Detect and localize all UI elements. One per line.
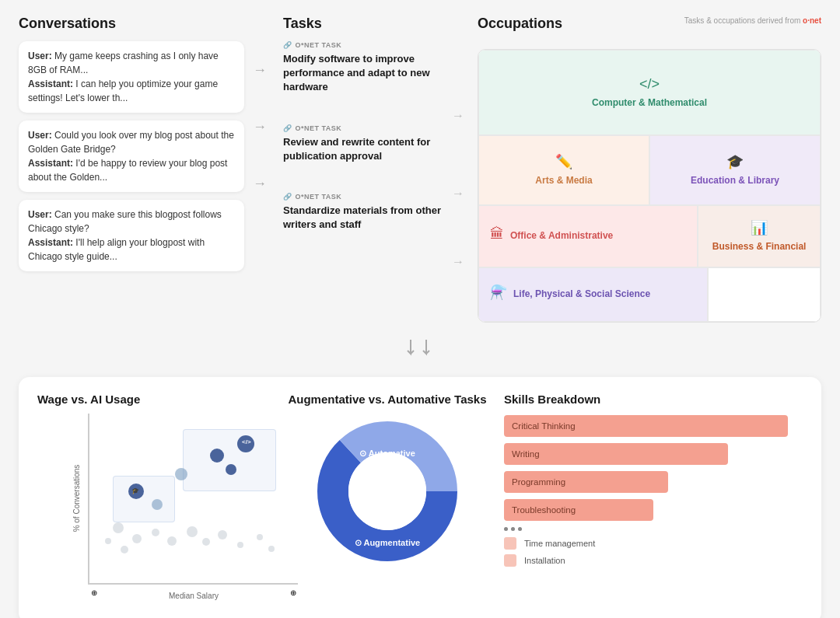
task-text-3: Standardize materials from other writers… — [283, 204, 446, 232]
conversation-card-1: User: My game keeps crashing as I only h… — [19, 41, 244, 113]
wage-chart-title: Wage vs. AI Usage — [37, 393, 271, 406]
occupations-grid: </> Computer & Mathematical ✏️ Arts & Me… — [478, 49, 821, 323]
donut-inner — [348, 452, 426, 530]
tasks-title: Tasks — [283, 16, 446, 32]
conversations-title: Conversations — [19, 16, 244, 32]
occ-label-education: Education & Library — [691, 175, 779, 187]
pencil-icon: ✏️ — [555, 153, 572, 170]
donut-chart-container: Augmentative vs. Automative Tasks ⊙ Auto… — [286, 393, 488, 608]
task-tag-1: 🔗 O*NET TASK — [283, 41, 446, 49]
arrow-1: → — [244, 62, 275, 79]
bubble-l11 — [257, 534, 263, 540]
conversations-column: Conversations User: My game keeps crashi… — [19, 16, 244, 279]
occ-office-admin[interactable]: 🏛 Office & Administrative — [478, 205, 698, 267]
wage-chart: % of Conversations Median Salary </> 🎓 — [88, 414, 298, 585]
skill-bar-row-4: Troubleshooting — [504, 499, 803, 521]
occ-note: Tasks & occupations derived from o·net — [684, 16, 821, 26]
bubble-l7 — [218, 530, 227, 539]
occ-arts-media[interactable]: ✏️ Arts & Media — [478, 135, 649, 205]
occ-other-placeholder: Other — [708, 267, 821, 322]
skill-mini-label-1: Time management — [524, 539, 595, 548]
donut-svg: ⊙ Automative ⊙ Augmentative — [310, 414, 465, 569]
occ-computer-mathematical[interactable]: </> Computer & Mathematical — [478, 50, 821, 135]
wage-chart-container: Wage vs. AI Usage % of Conversations Med… — [37, 393, 271, 608]
down-arrow-svg — [404, 338, 436, 361]
science-icon: ⚗️ — [490, 284, 507, 301]
occ-label-computer: Computer & Mathematical — [592, 97, 707, 110]
highlight-zone-computer — [183, 429, 276, 491]
skill-bar-programming: Programming — [504, 471, 668, 493]
dots-row — [504, 527, 803, 531]
augmentative-label-1: ⊙ Augmentative — [355, 538, 420, 547]
bubble-3 — [226, 464, 236, 475]
occ-label-arts: Arts & Media — [535, 175, 592, 187]
dot-2 — [511, 527, 515, 531]
occ-row-2: ✏️ Arts & Media 🎓 Education & Library — [478, 135, 821, 205]
link-icon-2: 🔗 — [283, 124, 292, 132]
occ-label-life: Life, Physical & Social Science — [513, 288, 650, 301]
occ-row-1: </> Computer & Mathematical — [478, 50, 821, 135]
bubble-l6 — [202, 538, 210, 546]
occ-life-science[interactable]: ⚗️ Life, Physical & Social Science — [478, 267, 708, 322]
dot-3 — [518, 527, 522, 531]
occ-education-library[interactable]: 🎓 Education & Library — [649, 135, 821, 205]
skill-mini-row-2: Installation — [504, 554, 803, 567]
skill-bar-row-2: Writing — [504, 443, 803, 465]
automative-label-1: ⊙ Automative — [359, 449, 415, 458]
tasks-to-occ-arrows: → → → — [446, 16, 470, 309]
axis-icon-right: ⊕ — [290, 588, 296, 597]
skills-container: Skills Breakdown Critical Thinking Writi… — [504, 393, 803, 608]
code-icon: </> — [639, 76, 660, 93]
down-arrow-row — [19, 335, 821, 365]
code-tag-1: </> — [242, 438, 251, 445]
main-container: Conversations User: My game keeps crashi… — [0, 0, 840, 618]
user-label-2: User: — [28, 130, 52, 141]
conversation-card-3: User: Can you make sure this blogpost fo… — [19, 200, 244, 271]
skill-bar-troubleshooting: Troubleshooting — [504, 499, 653, 521]
user-label-1: User: — [28, 51, 52, 61]
skill-bar-row-3: Programming — [504, 471, 803, 493]
occ-business-financial[interactable]: 📊 Business & Financial — [698, 205, 821, 267]
skills-title: Skills Breakdown — [504, 393, 803, 406]
dot-1 — [504, 527, 508, 531]
skill-bar-row-1: Critical Thinking — [504, 415, 803, 437]
skill-bar-critical: Critical Thinking — [504, 415, 788, 437]
assist-label-2: Assistant: — [28, 158, 73, 169]
y-axis-label: % of Conversations — [72, 465, 81, 532]
user-text-1: My game keeps crashing as I only have 8G… — [28, 51, 219, 75]
occ-header: Occupations Tasks & occupations derived … — [478, 16, 821, 41]
skill-mini-box-2 — [504, 554, 516, 567]
bubble-m2 — [152, 499, 163, 510]
skill-bar-writing: Writing — [504, 443, 728, 465]
x-axis-label: Median Salary — [169, 592, 219, 600]
bubble-l1 — [113, 522, 124, 533]
task-text-1: Modify software to improve performance a… — [283, 52, 446, 95]
skill-mini-label-2: Installation — [524, 556, 565, 565]
bubble-2 — [210, 449, 224, 463]
assist-label-3: Assistant: — [28, 237, 73, 248]
occ-row-3: 🏛 Office & Administrative 📊 Business & F… — [478, 205, 821, 267]
chart-icon: 📊 — [751, 219, 768, 236]
task-block-2: 🔗 O*NET TASK Review and rewrite content … — [283, 124, 446, 163]
bubble-l10 — [237, 542, 243, 548]
small-arrow-1: → — [452, 109, 464, 123]
user-label-3: User: — [28, 209, 52, 220]
assist-label-1: Assistant: — [28, 79, 73, 89]
user-text-3: Can you make sure this blogpost follows … — [28, 209, 222, 234]
arrow-2: → — [244, 119, 275, 135]
bubble-l4 — [167, 536, 177, 546]
bubble-l5 — [187, 526, 198, 537]
task-text-2: Review and rewrite content for publicati… — [283, 135, 446, 163]
graduation-icon: 🎓 — [726, 153, 744, 170]
skill-mini-box-1 — [504, 537, 516, 550]
bubble-l9 — [121, 546, 128, 553]
occ-label-office: Office & Administrative — [510, 230, 613, 243]
edu-icon-tag: 🎓 — [131, 487, 139, 494]
occupations-column: Occupations Tasks & occupations derived … — [470, 16, 821, 323]
onet-link: o·net — [803, 16, 821, 25]
bubble-l8 — [105, 538, 111, 544]
donut-title: Augmentative vs. Automative Tasks — [288, 393, 486, 406]
occ-row-4: ⚗️ Life, Physical & Social Science Other — [478, 267, 821, 322]
building-icon: 🏛 — [490, 226, 504, 243]
tasks-column: Tasks 🔗 O*NET TASK Modify software to im… — [275, 16, 446, 239]
